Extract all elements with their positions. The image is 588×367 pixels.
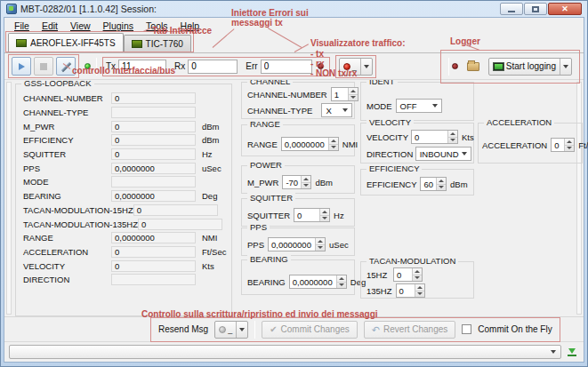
spin-buttons[interactable]	[412, 268, 422, 281]
channel-group: CHANNEL CHANNEL-NUMBER 1 CHANNEL-TYPE X	[241, 82, 355, 119]
acceleration-group-title: ACCELERATION	[484, 117, 554, 127]
rx-count-field[interactable]	[188, 60, 238, 74]
spin-buttons[interactable]	[319, 209, 329, 221]
readonly-field	[111, 107, 196, 118]
bearing-group-title: BEARING	[247, 254, 291, 264]
tx-label: Tx	[106, 61, 116, 71]
rx-label: Rx	[174, 61, 185, 71]
pps-group: PPS PPS 0,0000000 uSec	[241, 227, 355, 256]
tx-count-field[interactable]	[118, 60, 166, 74]
spin-buttons[interactable]	[301, 176, 310, 188]
message-combobox[interactable]	[9, 345, 561, 359]
squitter-spinbox[interactable]: 0	[294, 208, 330, 222]
gss-row: CHANNEL-NUMBER0	[16, 92, 231, 106]
toolbar: Tx Rx Err _	[4, 53, 584, 80]
spin-buttons[interactable]	[415, 284, 424, 297]
gss-row: ACCELERATION0Ft/Sec	[16, 245, 231, 259]
gss-row: TACAN-MODULATION-135HZ0	[16, 217, 231, 231]
readonly-field: 0	[138, 219, 222, 230]
log-folder-button[interactable]	[467, 62, 479, 71]
send-message-button[interactable]	[565, 345, 579, 359]
revert-changes-button: ↶ Revert Changes	[364, 321, 455, 339]
range-spinbox[interactable]: 0,0000000	[281, 137, 339, 151]
acceleration-spinbox[interactable]: 0	[551, 138, 575, 152]
session-panel: GSS-LOOPBACK CHANNEL-NUMBER0 CHANNEL-TYP…	[4, 80, 584, 317]
readonly-field: 0	[133, 204, 218, 216]
spin-buttons[interactable]	[564, 139, 574, 151]
chevron-down-icon	[462, 152, 467, 156]
interface-chip-icon	[16, 39, 27, 47]
panel-splitter-left[interactable]	[6, 82, 12, 315]
spin-buttons[interactable]	[328, 138, 338, 150]
interface-chip-icon	[132, 40, 142, 48]
m-pwr-spinbox[interactable]: -70	[282, 175, 311, 189]
bearing-spinbox[interactable]: 0,0000000	[289, 275, 347, 289]
resend-msg-dropdown[interactable]	[236, 322, 247, 338]
chevron-down-icon	[342, 108, 348, 112]
readonly-field: 0,0000000	[111, 190, 196, 202]
direction-combobox[interactable]: INBOUND	[415, 147, 471, 161]
spin-buttons[interactable]	[348, 88, 358, 100]
start-interface-button[interactable]	[12, 57, 31, 76]
tacan-modulation-group: TACAN-MODULATION 15HZ 0 135HZ 0	[360, 261, 474, 299]
channel-type-combobox[interactable]: X	[321, 103, 352, 117]
readonly-field: 0	[111, 246, 196, 258]
efficiency-group: EFFICIENCY EFFICIENCY 60 dBm	[360, 169, 474, 195]
gss-row: PPS0,0000000uSec	[16, 161, 231, 175]
error-injector-dropdown[interactable]	[360, 59, 372, 75]
acceleration-group: ACCELERATION ACCELERATION 0 Ft/Sec	[478, 123, 583, 164]
ident-mode-combobox[interactable]: OFF	[396, 99, 442, 113]
err-count-field[interactable]	[261, 60, 312, 74]
chevron-down-icon	[551, 350, 556, 354]
send-icon	[568, 348, 576, 354]
squitter-group-title: SQUITTER	[247, 193, 295, 203]
maximize-button[interactable]	[524, 3, 547, 15]
readonly-field: 0,0000000	[111, 163, 196, 174]
start-logging-button[interactable]: Start logging	[488, 58, 572, 76]
readonly-field: 0	[111, 92, 196, 104]
commit-bar: Resend Msg _ ✔ Commit Changes ↶ Revert C…	[4, 317, 584, 342]
range-group: RANGE RANGE 0,0000000 NMI	[241, 124, 355, 156]
pps-spinbox[interactable]: 0,0000000	[268, 237, 326, 251]
tacan-15hz-spinbox[interactable]: 0	[393, 267, 423, 282]
spin-buttons[interactable]	[436, 178, 446, 190]
spin-buttons[interactable]	[447, 131, 457, 143]
logger-annotation-box: Start logging	[440, 50, 580, 84]
edit-interface-button[interactable]	[56, 57, 76, 76]
panel-splitter-right[interactable]	[576, 82, 582, 315]
stop-icon	[40, 63, 47, 70]
error-injector-button[interactable]: _	[339, 58, 373, 76]
tacan-135hz-spinbox[interactable]: 0	[396, 283, 425, 298]
pps-group-title: PPS	[247, 222, 270, 232]
toolbar-separator	[96, 58, 97, 76]
readonly-field: 0	[111, 134, 196, 146]
commit-on-the-fly-checkbox[interactable]	[462, 324, 471, 334]
resend-icon	[219, 326, 226, 333]
tab-tic-t760[interactable]: TIC-T760	[124, 35, 191, 52]
velocity-spinbox[interactable]: 0	[411, 130, 458, 144]
error-injector-icon	[343, 63, 350, 70]
gss-row: MODE	[16, 175, 231, 189]
gss-row: CHANNEL-TYPE	[16, 106, 231, 120]
close-button[interactable]: ✕	[548, 3, 582, 15]
efficiency-spinbox[interactable]: 60	[420, 177, 447, 191]
resend-msg-button[interactable]: _	[214, 321, 248, 339]
spin-buttons[interactable]	[315, 238, 325, 251]
spin-buttons[interactable]	[336, 275, 346, 288]
readonly-field: 0	[111, 148, 196, 160]
play-icon	[19, 63, 25, 70]
interface-status-led-icon	[85, 63, 91, 69]
traffic-led-icon	[318, 63, 324, 69]
bearing-group: BEARING BEARING 0,0000000 Deg	[241, 259, 355, 295]
start-logging-dropdown[interactable]	[560, 59, 571, 75]
tab-aeroflex-iff45ts[interactable]: AEROFLEX-IFF45TS	[8, 33, 124, 52]
separator	[254, 321, 255, 339]
tab-label: AEROFLEX-IFF45TS	[30, 38, 116, 48]
power-group: POWER M_PWR -70 dBm	[241, 165, 355, 194]
minimize-button[interactable]	[500, 3, 523, 15]
gss-row: VELOCITY0Kts	[16, 259, 231, 273]
channel-number-spinbox[interactable]: 1	[331, 87, 358, 101]
maximize-icon	[532, 6, 539, 12]
tab-annotation-box: AEROFLEX-IFF45TS TIC-T760	[5, 31, 194, 52]
gss-row: EFFICIENCY0dBm	[16, 133, 231, 148]
